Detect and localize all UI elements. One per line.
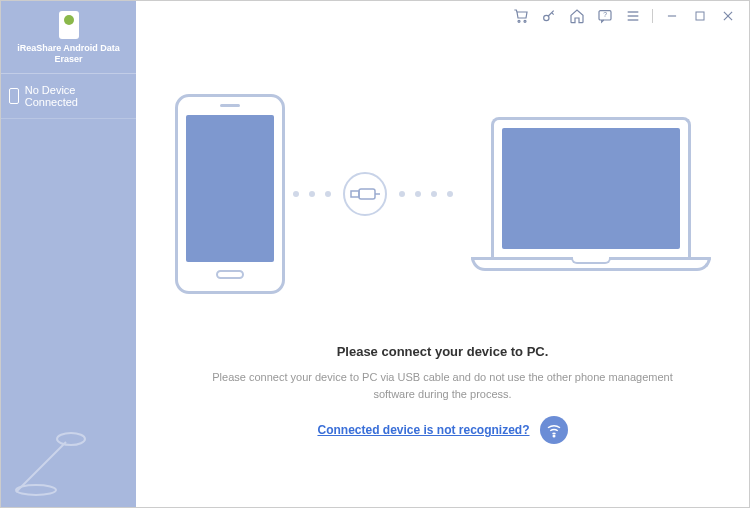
- connection-dots-left: [293, 191, 331, 197]
- wifi-connect-button[interactable]: [540, 416, 568, 444]
- maximize-icon[interactable]: [691, 7, 709, 25]
- help-row: Connected device is not recognized?: [317, 416, 567, 444]
- main-area: ?: [136, 1, 749, 507]
- home-icon[interactable]: [568, 7, 586, 25]
- usb-connector-icon: [343, 172, 387, 216]
- device-status-label: No Device Connected: [25, 84, 128, 108]
- sidebar: iReaShare Android Data Eraser No Device …: [1, 1, 136, 507]
- app-name: iReaShare Android Data Eraser: [9, 43, 128, 65]
- not-recognized-link[interactable]: Connected device is not recognized?: [317, 423, 529, 437]
- svg-rect-11: [696, 12, 704, 20]
- svg-point-2: [518, 20, 520, 22]
- svg-rect-15: [359, 189, 375, 199]
- laptop-base-icon: [471, 257, 711, 271]
- svg-point-0: [57, 433, 85, 445]
- phone-device-illustration: [175, 94, 285, 294]
- menu-icon[interactable]: [624, 7, 642, 25]
- phone-icon: [9, 88, 19, 104]
- close-icon[interactable]: [719, 7, 737, 25]
- key-icon[interactable]: [540, 7, 558, 25]
- phone-speaker-icon: [220, 104, 240, 107]
- sidebar-decoration: [1, 417, 136, 507]
- laptop-frame-icon: [491, 117, 691, 257]
- svg-point-3: [524, 20, 526, 22]
- feedback-icon[interactable]: ?: [596, 7, 614, 25]
- separator: [652, 9, 653, 23]
- app-logo-icon: [59, 11, 79, 39]
- connection-dots-right: [399, 191, 453, 197]
- laptop-illustration: [471, 117, 711, 271]
- cart-icon[interactable]: [512, 7, 530, 25]
- minimize-icon[interactable]: [663, 7, 681, 25]
- laptop-screen-icon: [502, 128, 680, 249]
- content: Please connect your device to PC. Please…: [136, 31, 749, 507]
- app-logo-area: iReaShare Android Data Eraser: [1, 1, 136, 74]
- svg-point-4: [544, 15, 549, 20]
- svg-text:?: ?: [603, 11, 607, 18]
- connection-illustration: [175, 94, 711, 294]
- titlebar: ?: [136, 1, 749, 31]
- device-status: No Device Connected: [1, 74, 136, 119]
- svg-point-1: [16, 485, 56, 495]
- svg-point-17: [553, 435, 555, 437]
- prompt-title: Please connect your device to PC.: [337, 344, 549, 359]
- phone-screen-icon: [186, 115, 274, 262]
- prompt-description: Please connect your device to PC via USB…: [203, 369, 683, 402]
- phone-home-icon: [216, 270, 244, 279]
- svg-rect-14: [351, 191, 359, 197]
